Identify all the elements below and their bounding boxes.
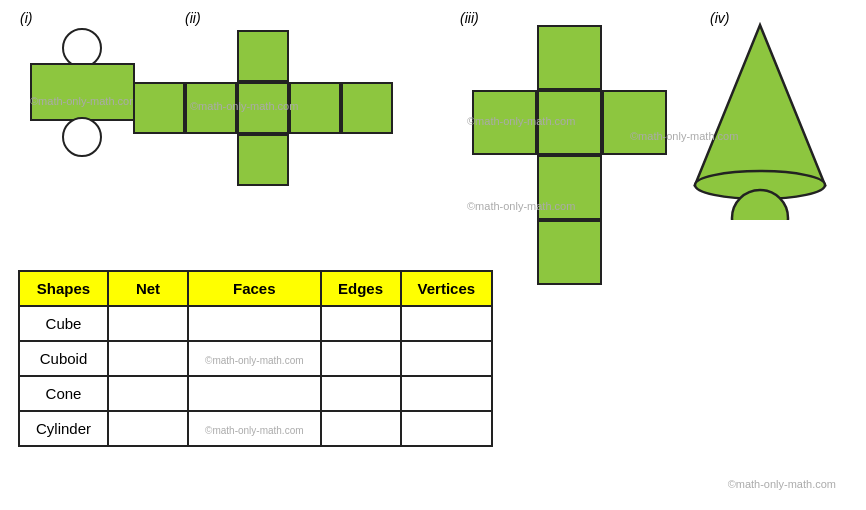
cell-cube-edges	[321, 306, 401, 341]
cell-cube-net	[108, 306, 188, 341]
table-row-cylinder: Cylinder ©math-only-math.com	[19, 411, 492, 446]
shape-i-bottom-circle	[62, 117, 102, 157]
cell-cone-vertices	[401, 376, 493, 411]
net-iii-ml	[472, 90, 537, 155]
shape-i-rectangle	[30, 63, 135, 121]
shapes-table: Shapes Net Faces Edges Vertices Cube Cub…	[18, 270, 493, 447]
net-ii-cell-2	[185, 82, 237, 134]
col-edges: Edges	[321, 271, 401, 306]
watermark-table-1: ©math-only-math.com	[205, 355, 304, 366]
table-row-cone: Cone	[19, 376, 492, 411]
net-ii-cell-1	[133, 82, 185, 134]
table-row-cuboid: Cuboid ©math-only-math.com	[19, 341, 492, 376]
net-ii-cell-5	[341, 82, 393, 134]
cell-cube-vertices	[401, 306, 493, 341]
col-net: Net	[108, 271, 188, 306]
cell-cone-shape: Cone	[19, 376, 108, 411]
cell-cuboid-faces: ©math-only-math.com	[188, 341, 321, 376]
col-faces: Faces	[188, 271, 321, 306]
net-ii-cell-4	[289, 82, 341, 134]
watermark-table-2: ©math-only-math.com	[205, 425, 304, 436]
cell-cylinder-edges	[321, 411, 401, 446]
net-iii-mr	[602, 90, 667, 155]
net-ii-cell-0	[237, 30, 289, 82]
table-area: Shapes Net Faces Edges Vertices Cube Cub…	[18, 270, 493, 447]
col-vertices: Vertices	[401, 271, 493, 306]
net-iii-mc	[537, 90, 602, 155]
shape-iv-svg	[690, 20, 830, 220]
net-iii-bc	[537, 155, 602, 220]
cell-cylinder-vertices	[401, 411, 493, 446]
label-i: (i)	[20, 10, 32, 26]
cell-cone-net	[108, 376, 188, 411]
table-row-cube: Cube	[19, 306, 492, 341]
cell-cylinder-faces: ©math-only-math.com	[188, 411, 321, 446]
svg-marker-0	[695, 25, 825, 185]
cell-cylinder-shape: Cylinder	[19, 411, 108, 446]
net-iii-b2	[537, 220, 602, 285]
shape-i-top-circle	[62, 28, 102, 68]
cell-cube-shape: Cube	[19, 306, 108, 341]
cell-cuboid-shape: Cuboid	[19, 341, 108, 376]
cell-cone-edges	[321, 376, 401, 411]
watermark-bottom-right: ©math-only-math.com	[728, 478, 836, 490]
net-ii-cell-6	[237, 134, 289, 186]
col-shapes: Shapes	[19, 271, 108, 306]
net-iii-top	[537, 25, 602, 90]
cell-cube-faces	[188, 306, 321, 341]
label-iii: (iii)	[460, 10, 479, 26]
cell-cone-faces	[188, 376, 321, 411]
cell-cylinder-net	[108, 411, 188, 446]
label-ii: (ii)	[185, 10, 201, 26]
cell-cuboid-edges	[321, 341, 401, 376]
cell-cuboid-vertices	[401, 341, 493, 376]
net-ii-cell-3	[237, 82, 289, 134]
shapes-area: (i) ©math-only-math.com (ii) ©math-only-…	[0, 0, 866, 260]
cell-cuboid-net	[108, 341, 188, 376]
